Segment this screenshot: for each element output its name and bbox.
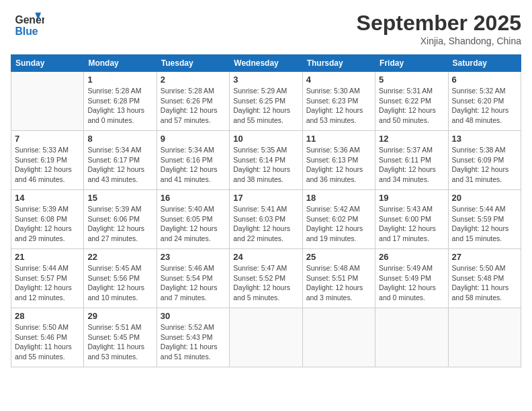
day-number: 26 [379, 252, 444, 262]
day-info: Sunrise: 5:44 AMSunset: 5:59 PMDaylight:… [452, 204, 517, 244]
logo-icon: General Blue [11, 11, 44, 38]
week-row-1: 1Sunrise: 5:28 AMSunset: 6:28 PMDaylight… [11, 72, 521, 131]
calendar-cell: 13Sunrise: 5:38 AMSunset: 6:09 PMDayligh… [448, 131, 521, 190]
day-number: 12 [379, 134, 444, 144]
calendar-cell: 11Sunrise: 5:36 AMSunset: 6:13 PMDayligh… [302, 131, 375, 190]
calendar-cell: 18Sunrise: 5:42 AMSunset: 6:02 PMDayligh… [302, 190, 375, 249]
day-info: Sunrise: 5:34 AMSunset: 6:16 PMDaylight:… [161, 145, 226, 185]
day-info: Sunrise: 5:39 AMSunset: 6:08 PMDaylight:… [15, 204, 80, 244]
calendar-cell: 2Sunrise: 5:28 AMSunset: 6:26 PMDaylight… [157, 72, 229, 131]
day-number: 30 [161, 311, 226, 321]
day-number: 24 [233, 252, 298, 262]
day-number: 4 [306, 75, 371, 85]
day-info: Sunrise: 5:34 AMSunset: 6:17 PMDaylight:… [87, 145, 152, 185]
calendar-cell: 15Sunrise: 5:39 AMSunset: 6:06 PMDayligh… [84, 190, 157, 249]
day-info: Sunrise: 5:44 AMSunset: 5:57 PMDaylight:… [15, 263, 80, 303]
logo: General Blue [11, 11, 44, 38]
day-number: 23 [161, 252, 226, 262]
day-number: 6 [452, 75, 517, 85]
calendar-cell [11, 72, 84, 131]
calendar-cell: 22Sunrise: 5:45 AMSunset: 5:56 PMDayligh… [84, 249, 157, 308]
day-number: 28 [15, 311, 80, 321]
day-number: 3 [233, 75, 298, 85]
day-number: 14 [15, 193, 80, 203]
calendar-cell: 25Sunrise: 5:48 AMSunset: 5:51 PMDayligh… [302, 249, 375, 308]
calendar-cell: 4Sunrise: 5:30 AMSunset: 6:23 PMDaylight… [302, 72, 375, 131]
day-number: 9 [161, 134, 226, 144]
calendar-cell: 17Sunrise: 5:41 AMSunset: 6:03 PMDayligh… [230, 190, 302, 249]
day-info: Sunrise: 5:31 AMSunset: 6:22 PMDaylight:… [379, 86, 444, 126]
day-number: 15 [87, 193, 152, 203]
day-info: Sunrise: 5:51 AMSunset: 5:45 PMDaylight:… [87, 322, 152, 362]
day-number: 7 [15, 134, 80, 144]
calendar-cell: 8Sunrise: 5:34 AMSunset: 6:17 PMDaylight… [84, 131, 157, 190]
calendar-header-row: SundayMondayTuesdayWednesdayThursdayFrid… [11, 55, 521, 72]
calendar-table: SundayMondayTuesdayWednesdayThursdayFrid… [11, 54, 521, 367]
day-number: 5 [379, 75, 444, 85]
calendar-cell [375, 308, 448, 367]
day-info: Sunrise: 5:42 AMSunset: 6:02 PMDaylight:… [306, 204, 371, 244]
day-info: Sunrise: 5:52 AMSunset: 5:43 PMDaylight:… [161, 322, 226, 362]
day-number: 1 [87, 75, 152, 85]
header-monday: Monday [84, 55, 157, 72]
calendar-cell: 24Sunrise: 5:47 AMSunset: 5:52 PMDayligh… [230, 249, 302, 308]
day-info: Sunrise: 5:39 AMSunset: 6:06 PMDaylight:… [87, 204, 152, 244]
day-number: 2 [161, 75, 226, 85]
header-saturday: Saturday [448, 55, 521, 72]
calendar-cell [448, 308, 521, 367]
calendar-cell: 19Sunrise: 5:43 AMSunset: 6:00 PMDayligh… [375, 190, 448, 249]
header-sunday: Sunday [11, 55, 84, 72]
calendar-cell: 27Sunrise: 5:50 AMSunset: 5:48 PMDayligh… [448, 249, 521, 308]
day-info: Sunrise: 5:40 AMSunset: 6:05 PMDaylight:… [161, 204, 226, 244]
location: Xinjia, Shandong, China [357, 36, 521, 46]
calendar-cell: 20Sunrise: 5:44 AMSunset: 5:59 PMDayligh… [448, 190, 521, 249]
day-info: Sunrise: 5:28 AMSunset: 6:26 PMDaylight:… [161, 86, 226, 126]
day-number: 11 [306, 134, 371, 144]
calendar-cell: 7Sunrise: 5:33 AMSunset: 6:19 PMDaylight… [11, 131, 84, 190]
header-friday: Friday [375, 55, 448, 72]
page-header: General Blue September 2025 Xinjia, Shan… [11, 11, 521, 46]
day-info: Sunrise: 5:36 AMSunset: 6:13 PMDaylight:… [306, 145, 371, 185]
day-number: 27 [452, 252, 517, 262]
day-info: Sunrise: 5:50 AMSunset: 5:46 PMDaylight:… [15, 322, 80, 362]
day-info: Sunrise: 5:48 AMSunset: 5:51 PMDaylight:… [306, 263, 371, 303]
calendar-cell: 1Sunrise: 5:28 AMSunset: 6:28 PMDaylight… [84, 72, 157, 131]
month-title: September 2025 [357, 11, 521, 36]
day-info: Sunrise: 5:50 AMSunset: 5:48 PMDaylight:… [452, 263, 517, 303]
day-number: 21 [15, 252, 80, 262]
day-info: Sunrise: 5:49 AMSunset: 5:49 PMDaylight:… [379, 263, 444, 303]
day-info: Sunrise: 5:45 AMSunset: 5:56 PMDaylight:… [87, 263, 152, 303]
calendar-cell: 9Sunrise: 5:34 AMSunset: 6:16 PMDaylight… [157, 131, 229, 190]
calendar-cell: 6Sunrise: 5:32 AMSunset: 6:20 PMDaylight… [448, 72, 521, 131]
day-info: Sunrise: 5:38 AMSunset: 6:09 PMDaylight:… [452, 145, 517, 185]
day-info: Sunrise: 5:47 AMSunset: 5:52 PMDaylight:… [233, 263, 298, 303]
day-number: 17 [233, 193, 298, 203]
week-row-3: 14Sunrise: 5:39 AMSunset: 6:08 PMDayligh… [11, 190, 521, 249]
day-number: 10 [233, 134, 298, 144]
day-info: Sunrise: 5:33 AMSunset: 6:19 PMDaylight:… [15, 145, 80, 185]
calendar-cell: 16Sunrise: 5:40 AMSunset: 6:05 PMDayligh… [157, 190, 229, 249]
day-number: 16 [161, 193, 226, 203]
week-row-5: 28Sunrise: 5:50 AMSunset: 5:46 PMDayligh… [11, 308, 521, 367]
day-info: Sunrise: 5:37 AMSunset: 6:11 PMDaylight:… [379, 145, 444, 185]
day-info: Sunrise: 5:30 AMSunset: 6:23 PMDaylight:… [306, 86, 371, 126]
calendar-cell: 29Sunrise: 5:51 AMSunset: 5:45 PMDayligh… [84, 308, 157, 367]
day-info: Sunrise: 5:29 AMSunset: 6:25 PMDaylight:… [233, 86, 298, 126]
week-row-4: 21Sunrise: 5:44 AMSunset: 5:57 PMDayligh… [11, 249, 521, 308]
calendar-cell: 10Sunrise: 5:35 AMSunset: 6:14 PMDayligh… [230, 131, 302, 190]
calendar-cell: 26Sunrise: 5:49 AMSunset: 5:49 PMDayligh… [375, 249, 448, 308]
calendar-cell: 5Sunrise: 5:31 AMSunset: 6:22 PMDaylight… [375, 72, 448, 131]
svg-text:Blue: Blue [15, 26, 38, 37]
header-tuesday: Tuesday [157, 55, 229, 72]
day-info: Sunrise: 5:35 AMSunset: 6:14 PMDaylight:… [233, 145, 298, 185]
calendar-cell: 28Sunrise: 5:50 AMSunset: 5:46 PMDayligh… [11, 308, 84, 367]
header-thursday: Thursday [302, 55, 375, 72]
day-number: 13 [452, 134, 517, 144]
svg-text:General: General [15, 14, 44, 26]
day-info: Sunrise: 5:32 AMSunset: 6:20 PMDaylight:… [452, 86, 517, 126]
calendar-cell: 3Sunrise: 5:29 AMSunset: 6:25 PMDaylight… [230, 72, 302, 131]
week-row-2: 7Sunrise: 5:33 AMSunset: 6:19 PMDaylight… [11, 131, 521, 190]
logo-container: General Blue [11, 11, 44, 38]
day-number: 29 [87, 311, 152, 321]
header-wednesday: Wednesday [230, 55, 302, 72]
